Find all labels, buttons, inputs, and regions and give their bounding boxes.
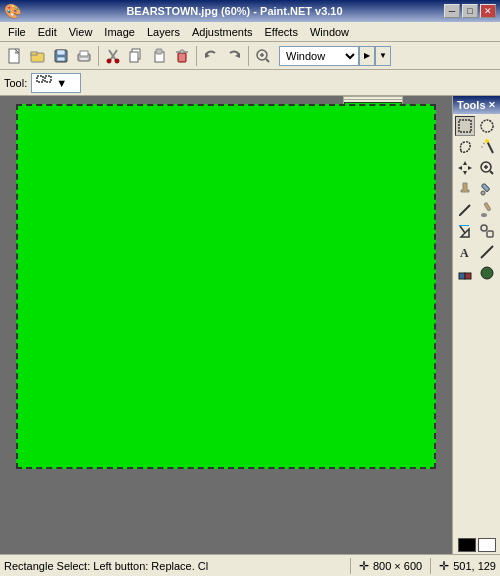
menu-image[interactable]: Image [98, 24, 141, 40]
status-position: ✛ 501, 129 [439, 559, 496, 573]
tool-magic-wand[interactable] [477, 137, 497, 157]
new-button[interactable] [4, 45, 26, 67]
svg-line-52 [481, 246, 493, 258]
menu-adjustments[interactable]: Adjustments [186, 24, 259, 40]
svg-text:A: A [460, 246, 469, 260]
window-arrow-btn[interactable]: ▶ [359, 46, 375, 66]
svg-line-23 [266, 59, 269, 62]
window-arrow-btn2[interactable]: ▼ [375, 46, 391, 66]
title-buttons: ─ □ ✕ [444, 4, 496, 18]
menu-file[interactable]: File [2, 24, 32, 40]
thumbnail-title [344, 97, 402, 100]
svg-point-11 [107, 59, 111, 63]
tool-select-dropdown[interactable]: ▼ [31, 73, 81, 93]
toolbar: Window ▶ ▼ [0, 42, 500, 70]
svg-point-29 [481, 120, 493, 132]
tool-zoom[interactable] [477, 158, 497, 178]
svg-marker-37 [468, 166, 472, 170]
svg-point-31 [485, 139, 489, 143]
svg-point-43 [481, 191, 485, 195]
svg-line-30 [487, 141, 493, 153]
tool-rectangle-select[interactable] [455, 116, 475, 136]
tool-fill[interactable] [455, 221, 475, 241]
tool-label: Tool: [4, 77, 27, 89]
tools-panel-label: Tools [457, 99, 486, 111]
svg-rect-17 [178, 53, 186, 62]
status-sep-2 [430, 558, 431, 574]
svg-rect-14 [130, 52, 138, 62]
redo-button[interactable] [223, 45, 245, 67]
color-boxes [453, 536, 500, 554]
tool-pan[interactable] [455, 179, 475, 199]
close-button[interactable]: ✕ [480, 4, 496, 18]
print-button[interactable] [73, 45, 95, 67]
canvas-container [0, 96, 452, 554]
svg-line-32 [483, 143, 485, 144]
tool-brush[interactable] [477, 200, 497, 220]
menu-layers[interactable]: Layers [141, 24, 186, 40]
svg-rect-26 [37, 76, 43, 82]
status-dimensions: ✛ 800 × 600 [359, 559, 422, 573]
secondary-color[interactable] [478, 538, 496, 552]
tools-panel-close[interactable]: ✕ [488, 100, 496, 110]
svg-rect-2 [31, 52, 37, 55]
menu-window[interactable]: Window [304, 24, 355, 40]
svg-marker-36 [458, 166, 462, 170]
svg-rect-7 [80, 51, 88, 56]
tool-line[interactable] [477, 242, 497, 262]
cursor-position: 501, 129 [453, 560, 496, 572]
svg-rect-27 [45, 76, 51, 82]
tool-lasso[interactable] [455, 137, 475, 157]
tool-ellipse-select[interactable] [477, 116, 497, 136]
tools-panel: Tools ✕ [452, 96, 500, 554]
tool-shapes[interactable] [455, 263, 475, 283]
cut-button[interactable] [102, 45, 124, 67]
delete-button[interactable] [171, 45, 193, 67]
svg-marker-35 [463, 171, 467, 175]
app-icon: 🎨 [4, 3, 21, 19]
menu-effects[interactable]: Effects [259, 24, 304, 40]
status-sep-1 [350, 558, 351, 574]
paste-button[interactable] [148, 45, 170, 67]
svg-point-55 [481, 267, 493, 279]
maximize-button[interactable]: □ [462, 4, 478, 18]
tool-row: Tool: ▼ [0, 70, 500, 96]
menu-view[interactable]: View [63, 24, 99, 40]
undo-button[interactable] [200, 45, 222, 67]
svg-line-39 [490, 171, 493, 174]
tool-pencil[interactable] [455, 200, 475, 220]
primary-color[interactable] [458, 538, 476, 552]
position-icon: ✛ [439, 559, 449, 573]
tool-move[interactable] [455, 158, 475, 178]
svg-line-44 [460, 205, 470, 215]
status-message: Rectangle Select: Left button: Replace. … [4, 560, 342, 572]
tools-grid: A [453, 114, 500, 536]
svg-marker-34 [463, 161, 467, 165]
tool-text[interactable]: A [455, 242, 475, 262]
tool-clone[interactable] [477, 221, 497, 241]
tools-panel-title: Tools ✕ [453, 96, 500, 114]
tool-dropdown-arrow: ▼ [56, 77, 67, 89]
menu-bar: File Edit View Image Layers Adjustments … [0, 22, 500, 42]
title-bar: 🎨 BEARSTOWN.jpg (60%) - Paint.NET v3.10 … [0, 0, 500, 22]
tool-eyedropper[interactable] [477, 179, 497, 199]
svg-rect-46 [484, 203, 491, 211]
svg-rect-16 [156, 49, 162, 54]
copy-button[interactable] [125, 45, 147, 67]
tool-shapes2[interactable] [477, 263, 497, 283]
zoom-button[interactable] [252, 45, 274, 67]
toolbar-sep-3 [248, 46, 249, 66]
svg-rect-8 [80, 58, 88, 60]
menu-edit[interactable]: Edit [32, 24, 63, 40]
svg-rect-28 [459, 120, 471, 132]
save-button[interactable] [50, 45, 72, 67]
color-row-1 [455, 538, 498, 552]
window-dropdown: Window ▶ ▼ [279, 46, 391, 66]
svg-point-47 [481, 213, 487, 217]
minimize-button[interactable]: ─ [444, 4, 460, 18]
main-area: Tools ✕ [0, 96, 500, 554]
svg-rect-4 [57, 50, 65, 55]
canvas[interactable] [16, 104, 436, 469]
open-button[interactable] [27, 45, 49, 67]
window-select[interactable]: Window [279, 46, 359, 66]
